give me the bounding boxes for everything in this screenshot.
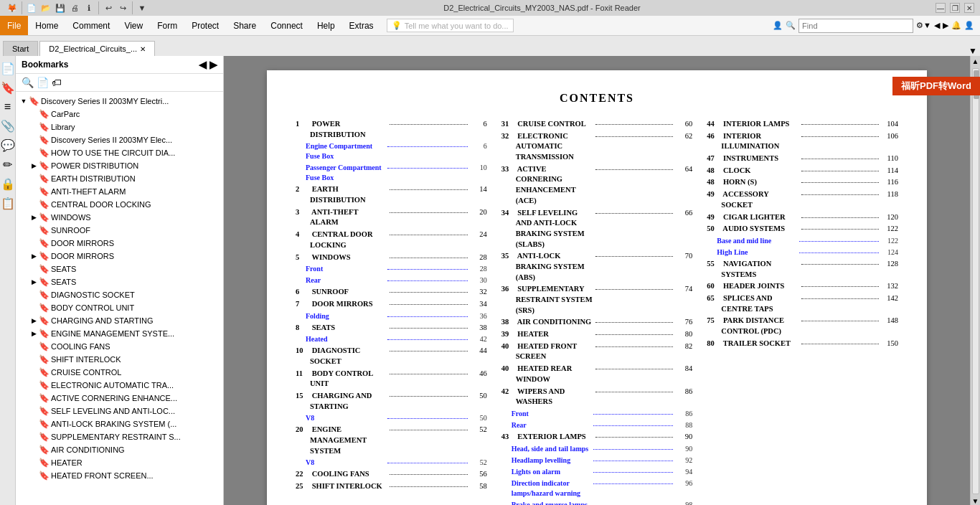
profile-icon[interactable]: 👤 bbox=[964, 21, 974, 30]
menu-extras[interactable]: Extras bbox=[342, 16, 381, 35]
menu-share[interactable]: Share bbox=[226, 16, 263, 35]
menu-view[interactable]: View bbox=[117, 16, 150, 35]
sidebar-tag-icon[interactable]: 🏷 bbox=[52, 77, 62, 88]
page-icon[interactable]: 📄 bbox=[1, 62, 15, 75]
sidebar-tree-item[interactable]: ▶🔖DOOR MIRRORS bbox=[16, 250, 223, 263]
attachments-icon[interactable]: 📎 bbox=[1, 119, 15, 133]
menu-form[interactable]: Form bbox=[150, 16, 184, 35]
sidebar-tree-item[interactable]: 🔖SUPPLEMENTARY RESTRAINT S... bbox=[16, 430, 223, 443]
menu-help[interactable]: Help bbox=[310, 16, 342, 35]
sidebar-tree-item[interactable]: 🔖SEATS bbox=[16, 263, 223, 275]
scrollbar-track[interactable] bbox=[972, 68, 979, 494]
sidebar-tree-item[interactable]: 🔖COOLING FANS bbox=[16, 340, 223, 353]
sign-icon[interactable]: ✏ bbox=[3, 158, 12, 171]
sidebar-tree-item[interactable]: 🔖Discovery Series II 2003MY Elec... bbox=[16, 133, 223, 146]
menu-comment[interactable]: Comment bbox=[65, 16, 117, 35]
bookmark-icon: 🔖 bbox=[39, 277, 49, 287]
sidebar-add-icon[interactable]: 📄 bbox=[37, 77, 49, 88]
sidebar-tree-item[interactable]: 🔖SUNROOF bbox=[16, 224, 223, 237]
sidebar-tree-item[interactable]: 🔖EARTH DISTRIBUTION bbox=[16, 172, 223, 185]
sidebar-tree-item[interactable]: 🔖CRUISE CONTROL bbox=[16, 366, 223, 379]
menu-file[interactable]: File bbox=[0, 16, 28, 35]
sidebar-tree-item[interactable]: 🔖DOOR MIRRORS bbox=[16, 237, 223, 250]
bookmark-icon: 🔖 bbox=[39, 135, 49, 145]
sidebar-search-icon[interactable]: 🔍 bbox=[22, 77, 34, 88]
save-icon[interactable]: 💾 bbox=[54, 1, 67, 14]
tree-item-label: ENGINE MANAGEMENT SYSTE... bbox=[51, 329, 174, 338]
tree-toggle-icon[interactable]: ▶ bbox=[29, 329, 39, 339]
sub-entry-title: Rear bbox=[512, 420, 591, 430]
contents-sub-entry: Front 28 bbox=[296, 264, 487, 274]
sidebar-tree-item[interactable]: 🔖ANTI-THEFT ALARM bbox=[16, 185, 223, 198]
open-icon[interactable]: 📂 bbox=[39, 1, 52, 14]
minimize-button[interactable]: — bbox=[936, 3, 946, 13]
menu-connect[interactable]: Connect bbox=[263, 16, 310, 35]
tab-close-button[interactable]: ✕ bbox=[140, 45, 146, 53]
menu-protect[interactable]: Protect bbox=[184, 16, 226, 35]
sidebar-tree-item[interactable]: ▶🔖POWER DISTRIBUTION bbox=[16, 159, 223, 172]
entry-number: 31 bbox=[501, 119, 516, 130]
entry-number: 80 bbox=[707, 339, 721, 349]
contents-entry: 11 BODY CONTROL UNIT 46 bbox=[296, 369, 487, 390]
sidebar-tree-item[interactable]: 🔖Library bbox=[16, 121, 223, 133]
properties-icon[interactable]: ℹ bbox=[83, 1, 95, 14]
sidebar-tree-item[interactable]: 🔖AIR CONDITIONING bbox=[16, 443, 223, 456]
scroll-down-button[interactable]: ▼ bbox=[971, 496, 980, 505]
sidebar-tree-item[interactable]: ▶🔖CHARGING AND STARTING bbox=[16, 314, 223, 327]
layers-icon[interactable]: ≡ bbox=[4, 100, 11, 113]
restore-button[interactable]: ❐ bbox=[950, 3, 960, 13]
tree-toggle-icon[interactable]: ▶ bbox=[29, 212, 39, 222]
entry-dots bbox=[801, 286, 879, 287]
tell-me-box[interactable]: 💡 Tell me what you want to do... bbox=[387, 19, 514, 32]
tree-toggle-icon[interactable]: ▶ bbox=[29, 316, 39, 326]
tree-toggle-icon[interactable]: ▶ bbox=[29, 251, 39, 261]
sidebar-collapse-icon[interactable]: ◀ bbox=[199, 59, 207, 70]
sub-entry-page: 10 bbox=[470, 163, 487, 173]
sidebar-tree-item[interactable]: 🔖CENTRAL DOOR LOCKING bbox=[16, 198, 223, 211]
sidebar-tree-item[interactable]: 🔖CarParc bbox=[16, 108, 223, 121]
scroll-up-button[interactable]: ▲ bbox=[971, 56, 980, 67]
tab-dropdown-button[interactable]: ▼ bbox=[969, 46, 980, 56]
undo-icon[interactable]: ↩ bbox=[102, 1, 115, 14]
sidebar-tree-item[interactable]: 🔖SELF LEVELING AND ANTI-LOC... bbox=[16, 405, 223, 417]
print-icon[interactable]: 🖨 bbox=[68, 1, 81, 14]
tab-start[interactable]: Start bbox=[3, 41, 38, 56]
search-input[interactable] bbox=[798, 19, 913, 33]
entry-dots bbox=[390, 374, 467, 374]
sidebar-expand-icon[interactable]: ▶ bbox=[209, 59, 217, 70]
bookmark-panel-icon[interactable]: 🔖 bbox=[1, 81, 15, 95]
menu-home[interactable]: Home bbox=[28, 16, 65, 35]
fu-banner[interactable]: 福昕PDF转Word bbox=[892, 77, 980, 95]
comments-icon[interactable]: 💬 bbox=[1, 138, 15, 152]
sidebar-tree-item[interactable]: 🔖ELECTRONIC AUTOMATIC TRA... bbox=[16, 379, 223, 392]
sidebar-tree-item[interactable]: 🔖SHIFT INTERLOCK bbox=[16, 353, 223, 366]
close-button[interactable]: ✕ bbox=[964, 3, 974, 13]
search-options-icon[interactable]: ⚙▼ bbox=[916, 21, 931, 30]
tree-toggle-icon[interactable]: ▶ bbox=[29, 161, 39, 171]
entry-page: 80 bbox=[675, 329, 692, 340]
more-icon[interactable]: ▼ bbox=[136, 1, 149, 14]
sidebar-tree-item[interactable]: ▶🔖ENGINE MANAGEMENT SYSTE... bbox=[16, 327, 223, 340]
contents-sub-entry: Base and mid line 122 bbox=[707, 236, 898, 246]
bell-icon[interactable]: 🔔 bbox=[951, 21, 961, 30]
sidebar-tree-item[interactable]: 🔖BODY CONTROL UNIT bbox=[16, 301, 223, 314]
sidebar-tree-item[interactable]: 🔖ACTIVE CORNERING ENHANCE... bbox=[16, 392, 223, 405]
form-icon[interactable]: 📋 bbox=[1, 197, 15, 210]
nav-prev-icon[interactable]: ◀ bbox=[934, 21, 940, 30]
sidebar-tree-item[interactable]: ▶🔖WINDOWS bbox=[16, 211, 223, 224]
sidebar-tree-item[interactable]: ▶🔖SEATS bbox=[16, 275, 223, 288]
new-file-icon[interactable]: 📄 bbox=[25, 1, 38, 14]
sidebar-tree-item[interactable]: 🔖ANTI-LOCK BRAKING SYSTEM (... bbox=[16, 417, 223, 430]
security-icon[interactable]: 🔒 bbox=[1, 177, 15, 191]
tree-toggle-icon[interactable]: ▶ bbox=[29, 277, 39, 287]
sidebar-tree-item[interactable]: 🔖HOW TO USE THE CIRCUIT DIA... bbox=[16, 146, 223, 159]
tree-toggle-icon[interactable]: ▼ bbox=[19, 96, 29, 106]
sidebar-tree-item[interactable]: ▼🔖Discovery Series II 2003MY Electri... bbox=[16, 95, 223, 108]
sidebar-tree-item[interactable]: 🔖HEATED FRONT SCREEN... bbox=[16, 469, 223, 482]
bookmark-icon: 🔖 bbox=[39, 393, 49, 403]
redo-icon[interactable]: ↪ bbox=[116, 1, 129, 14]
sidebar-tree-item[interactable]: 🔖HEATER bbox=[16, 456, 223, 469]
tab-document[interactable]: D2_Electrical_Circuits_... ✕ bbox=[39, 41, 155, 56]
sidebar-tree-item[interactable]: 🔖DIAGNOSTIC SOCKET bbox=[16, 288, 223, 301]
nav-next-icon[interactable]: ▶ bbox=[943, 21, 948, 30]
